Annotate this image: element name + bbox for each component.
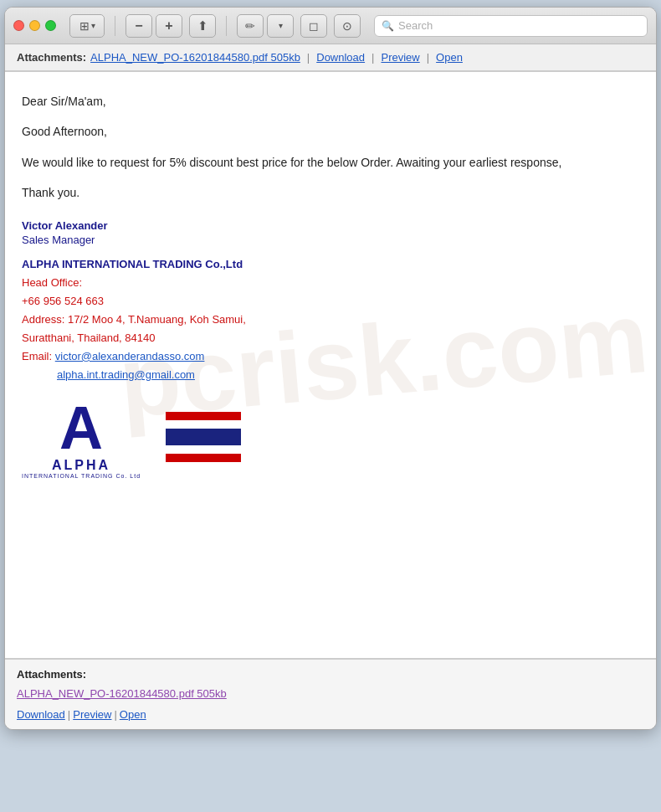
toolbar-group-annotate: ✏ ▾: [237, 14, 294, 38]
pen-chevron-button[interactable]: ▾: [267, 14, 294, 38]
svg-rect-0: [166, 412, 241, 420]
fullscreen-button[interactable]: [45, 20, 56, 31]
share-icon: ⬆: [197, 18, 208, 33]
share-button[interactable]: ⬆: [189, 14, 216, 38]
zoom-in-button[interactable]: +: [156, 14, 182, 38]
action-links-bottom: Download | Preview | Open: [17, 708, 644, 721]
close-button[interactable]: [13, 20, 24, 31]
email2-link[interactable]: alpha.int.trading@gmail.com: [57, 368, 195, 381]
search-bar[interactable]: 🔍 Search: [374, 15, 648, 37]
greeting1: Dear Sir/Ma'am,: [22, 92, 639, 110]
preview-link-top[interactable]: Preview: [381, 51, 419, 64]
navigate-button[interactable]: ⊙: [334, 14, 361, 38]
flag-svg: [166, 412, 241, 462]
stamp-icon: ◻: [309, 19, 319, 33]
attachments-label-bottom: Attachments:: [17, 668, 644, 681]
sidebar-toggle-icon: ⊞: [79, 19, 90, 33]
minimize-button[interactable]: [29, 20, 40, 31]
traffic-lights: [13, 20, 56, 31]
zoom-out-button[interactable]: −: [126, 14, 152, 38]
toolbar-group-zoom: − +: [126, 14, 182, 38]
email1-link[interactable]: victor@alexanderandasso.com: [55, 350, 205, 362]
logo-letter: A: [59, 398, 103, 458]
signature-title: Sales Manager: [22, 234, 639, 246]
company-block: ALPHA INTERNATIONAL TRADING Co.,Ltd Head…: [22, 258, 639, 385]
separator-2: [226, 16, 227, 36]
email-content: Dear Sir/Ma'am, Good Afternoon, We would…: [22, 92, 639, 479]
pen-button[interactable]: ✏: [237, 14, 264, 38]
pen-icon: ✏: [245, 19, 255, 33]
alpha-logo: A ALPHA INTERNATIONAL TRADING Co. Ltd: [22, 398, 141, 479]
svg-rect-1: [166, 420, 241, 429]
open-link-top[interactable]: Open: [436, 51, 463, 64]
zoom-out-icon: −: [135, 18, 142, 33]
search-icon: 🔍: [382, 20, 394, 32]
attachments-bar-top: Attachments: ALPHA_NEW_PO-16201844580.pd…: [5, 44, 656, 71]
address-label: Address: 17/2 Moo 4, T.Namuang, Koh Samu…: [22, 313, 246, 326]
chevron-icon: ▾: [91, 21, 95, 30]
company-name: ALPHA INTERNATIONAL TRADING Co.,Ltd: [22, 258, 639, 270]
attachments-label-top: Attachments:: [17, 51, 86, 64]
email-thanks: Thank you.: [22, 183, 639, 202]
email-window: ⊞ ▾ − + ⬆ ✏ ▾ ◻: [4, 7, 657, 730]
head-office-label: Head Office:: [22, 276, 82, 289]
logo-subtext: INTERNATIONAL TRADING Co. Ltd: [22, 473, 141, 479]
phone: +66 956 524 663: [22, 295, 104, 307]
navigate-icon: ⊙: [342, 19, 352, 33]
separator-1: [115, 16, 115, 36]
svg-rect-4: [166, 454, 241, 462]
pen-chevron-icon: ▾: [279, 21, 283, 30]
attachment-filename-bottom[interactable]: ALPHA_NEW_PO-16201844580.pdf 505kb: [17, 687, 644, 700]
search-placeholder: Search: [398, 19, 433, 32]
attachment-filename-top[interactable]: ALPHA_NEW_PO-16201844580.pdf 505kb: [90, 51, 300, 64]
attachments-bottom: Attachments: ALPHA_NEW_PO-16201844580.pd…: [5, 659, 656, 729]
open-link-bottom[interactable]: Open: [120, 708, 146, 721]
stamp-button[interactable]: ◻: [300, 14, 327, 38]
download-link-bottom[interactable]: Download: [17, 708, 65, 721]
svg-rect-2: [166, 429, 241, 445]
signature-name: Victor Alexander: [22, 219, 639, 232]
signature-block: Victor Alexander Sales Manager ALPHA INT…: [22, 219, 639, 480]
contact-info: Head Office: +66 956 524 663 Address: 17…: [22, 274, 639, 385]
titlebar: ⊞ ▾ − + ⬆ ✏ ▾ ◻: [5, 8, 656, 44]
download-link-top[interactable]: Download: [316, 51, 365, 64]
zoom-in-icon: +: [165, 18, 172, 33]
email-body-text: We would like to request for 5% discount…: [22, 153, 639, 172]
address2: Suratthani, Thailand, 84140: [22, 331, 156, 344]
sidebar-toggle-button[interactable]: ⊞ ▾: [69, 14, 105, 38]
toolbar-group-left: ⊞ ▾: [69, 14, 105, 38]
preview-link-bottom[interactable]: Preview: [73, 708, 111, 721]
logo-text: ALPHA: [52, 458, 110, 473]
email-field-label: Email:: [22, 350, 52, 362]
thai-flag: [166, 412, 241, 465]
email-body: pcrisk.com Dear Sir/Ma'am, Good Afternoo…: [5, 72, 656, 658]
greeting2: Good Afternoon,: [22, 122, 639, 141]
svg-rect-3: [166, 445, 241, 454]
logo-area: A ALPHA INTERNATIONAL TRADING Co. Ltd: [22, 398, 639, 479]
